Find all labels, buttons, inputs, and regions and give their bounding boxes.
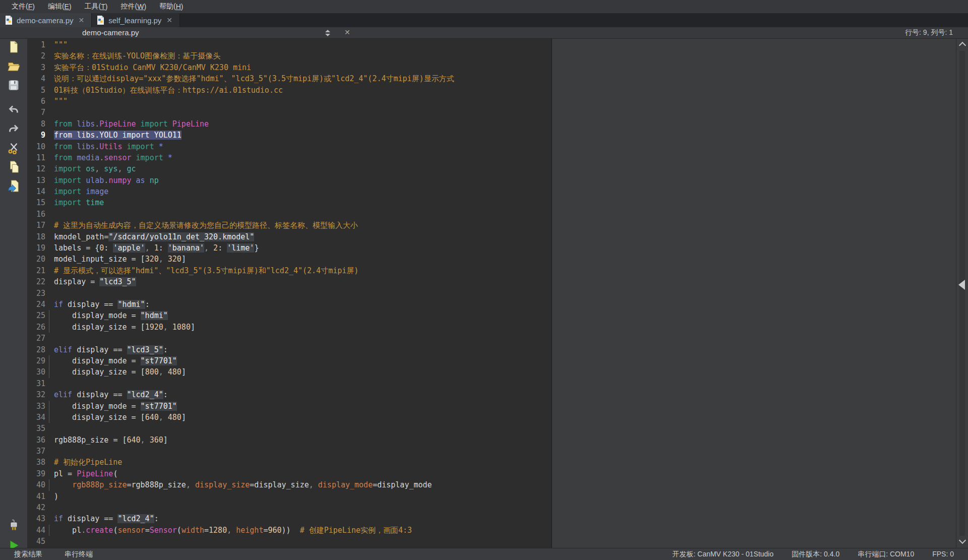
tab-demo-camera[interactable]: demo-camera.py✕ bbox=[0, 13, 92, 27]
line-number: 45 bbox=[27, 536, 51, 547]
code-line: 4说明：可以通过display="xxx"参数选择"hdmi"、"lcd3_5"… bbox=[27, 73, 551, 84]
code-line: 10from libs.Utils import * bbox=[27, 141, 551, 152]
line-content: display_mode = "hdmi" bbox=[51, 310, 551, 321]
file-selector[interactable]: demo-camera.py bbox=[82, 28, 139, 37]
line-content: from libs.Utils import * bbox=[51, 141, 551, 152]
menu-item-widgets[interactable]: 控件(W) bbox=[114, 0, 153, 13]
new-file-button[interactable] bbox=[7, 40, 21, 54]
line-number: 26 bbox=[27, 322, 51, 333]
code-line: 37 bbox=[27, 446, 551, 457]
code-line: 19labels = {0: 'apple', 1: 'banana', 2: … bbox=[27, 242, 551, 254]
line-number: 39 bbox=[27, 468, 51, 479]
code-line: 1""" bbox=[27, 39, 551, 50]
line-number: 13 bbox=[27, 175, 51, 186]
code-line: 12import os, sys, gc bbox=[27, 163, 551, 174]
line-content: from libs.YOLO import YOLO11 bbox=[51, 130, 551, 141]
line-content bbox=[51, 423, 551, 434]
line-content: # 显示模式，可以选择"hdmi"、"lcd3_5"(3.5寸mipi屏)和"l… bbox=[51, 265, 551, 276]
code-line: 30 display_size = [800, 480] bbox=[27, 366, 551, 378]
line-number: 28 bbox=[27, 344, 51, 355]
line-number: 5 bbox=[27, 85, 51, 96]
copy-button[interactable] bbox=[7, 160, 21, 174]
code-line: 501科技（01Studio）在线训练平台：https://ai.01studi… bbox=[27, 85, 551, 96]
code-line: 9from libs.YOLO import YOLO11 bbox=[27, 130, 551, 141]
code-line: 43if display == "lcd2_4": bbox=[27, 513, 551, 524]
scroll-up-icon[interactable] bbox=[959, 42, 966, 49]
line-content: if display == "hdmi": bbox=[51, 299, 551, 310]
line-number: 22 bbox=[27, 276, 51, 287]
line-content bbox=[51, 288, 551, 299]
line-number: 6 bbox=[27, 96, 51, 107]
open-file-button[interactable] bbox=[7, 59, 21, 73]
line-content bbox=[51, 209, 551, 220]
line-content: if display == "lcd2_4": bbox=[51, 513, 551, 524]
code-line: 45 bbox=[27, 536, 551, 547]
line-number: 42 bbox=[27, 502, 51, 513]
code-line: 8from libs.PipeLine import PipeLine bbox=[27, 118, 551, 130]
close-icon[interactable]: ✕ bbox=[165, 16, 173, 24]
code-line: 7 bbox=[27, 107, 551, 118]
code-line: 27 bbox=[27, 333, 551, 344]
line-content: 说明：可以通过display="xxx"参数选择"hdmi"、"lcd3_5"(… bbox=[51, 73, 551, 84]
close-icon[interactable]: ✕ bbox=[344, 28, 350, 36]
line-number: 36 bbox=[27, 434, 51, 446]
plug-icon bbox=[7, 519, 20, 532]
file-selector-dropdown-icon[interactable] bbox=[325, 29, 330, 37]
menu-item-file[interactable]: 文件(F) bbox=[5, 0, 41, 13]
line-number: 3 bbox=[27, 62, 51, 73]
line-content: """ bbox=[51, 96, 551, 107]
scrollbar-track[interactable] bbox=[959, 51, 965, 536]
line-number: 21 bbox=[27, 265, 51, 276]
document-tab-bar: demo-camera.py✕self_learning.py✕ bbox=[0, 13, 968, 27]
code-editor[interactable]: 1"""2实验名称：在线训练-YOLO图像检测：基于摄像头3实验平台：01Stu… bbox=[27, 39, 551, 548]
redo-button[interactable] bbox=[7, 121, 21, 136]
line-content: elif display == "lcd3_5": bbox=[51, 344, 551, 355]
menu-item-help[interactable]: 帮助(H) bbox=[153, 0, 190, 13]
line-number: 23 bbox=[27, 288, 51, 299]
line-content bbox=[51, 378, 551, 389]
menu-item-tools[interactable]: 工具(T) bbox=[78, 0, 114, 13]
line-number: 30 bbox=[27, 366, 51, 378]
save-file-button[interactable] bbox=[7, 78, 21, 92]
line-number: 27 bbox=[27, 333, 51, 344]
board-info: 开发板: CanMV K230 - 01Studio bbox=[672, 550, 773, 559]
line-content: """ bbox=[51, 39, 551, 50]
line-number: 32 bbox=[27, 389, 51, 400]
collapse-panel-icon[interactable] bbox=[958, 280, 965, 290]
line-content: display_size = [640, 480] bbox=[51, 412, 551, 423]
tab-label: demo-camera.py bbox=[17, 16, 74, 25]
scrollbar[interactable] bbox=[956, 39, 968, 548]
line-number: 17 bbox=[27, 220, 51, 231]
line-content: display_mode = "st7701" bbox=[51, 355, 551, 366]
close-icon[interactable]: ✕ bbox=[78, 16, 86, 24]
panel-tab-search-results[interactable]: 搜索结果 bbox=[14, 550, 42, 559]
code-line: 13import ulab.numpy as np bbox=[27, 175, 551, 186]
undo-button[interactable] bbox=[7, 102, 21, 116]
line-content: import ulab.numpy as np bbox=[51, 175, 551, 186]
scroll-down-icon[interactable] bbox=[959, 537, 966, 544]
cut-button[interactable] bbox=[7, 141, 21, 155]
line-number: 7 bbox=[27, 107, 51, 118]
line-content: elif display == "lcd2_4": bbox=[51, 389, 551, 400]
code-line: 32elif display == "lcd2_4": bbox=[27, 389, 551, 400]
code-line: 2实验名称：在线训练-YOLO图像检测：基于摄像头 bbox=[27, 50, 551, 61]
paste-button[interactable] bbox=[7, 179, 21, 193]
code-line: 17# 这里为自动生成内容，自定义场景请修改为您自己的模型路径、标签名称、模型输… bbox=[27, 220, 551, 231]
paste-icon bbox=[7, 179, 20, 193]
line-number: 34 bbox=[27, 412, 51, 423]
line-number: 2 bbox=[27, 50, 51, 61]
panel-tab-serial-terminal[interactable]: 串行终端 bbox=[65, 550, 93, 559]
line-content: # 这里为自动生成内容，自定义场景请修改为您自己的模型路径、标签名称、模型输入大… bbox=[51, 220, 551, 231]
code-line: 15import time bbox=[27, 197, 551, 208]
connect-button[interactable] bbox=[7, 518, 21, 532]
tab-self-learning[interactable]: self_learning.py✕ bbox=[92, 13, 180, 27]
line-number: 9 bbox=[27, 130, 51, 141]
line-content: display_size = [800, 480] bbox=[51, 366, 551, 378]
line-content bbox=[51, 333, 551, 344]
line-content: import os, sys, gc bbox=[51, 163, 551, 174]
menu-item-edit[interactable]: 编辑(E) bbox=[41, 0, 78, 13]
line-content: 实验名称：在线训练-YOLO图像检测：基于摄像头 bbox=[51, 50, 551, 61]
status-bar: 搜索结果 串行终端 开发板: CanMV K230 - 01Studio 固件版… bbox=[0, 548, 968, 560]
undo-icon bbox=[7, 103, 20, 116]
code-line: 44 pl.create(sensor=Sensor(width=1280, h… bbox=[27, 525, 551, 536]
